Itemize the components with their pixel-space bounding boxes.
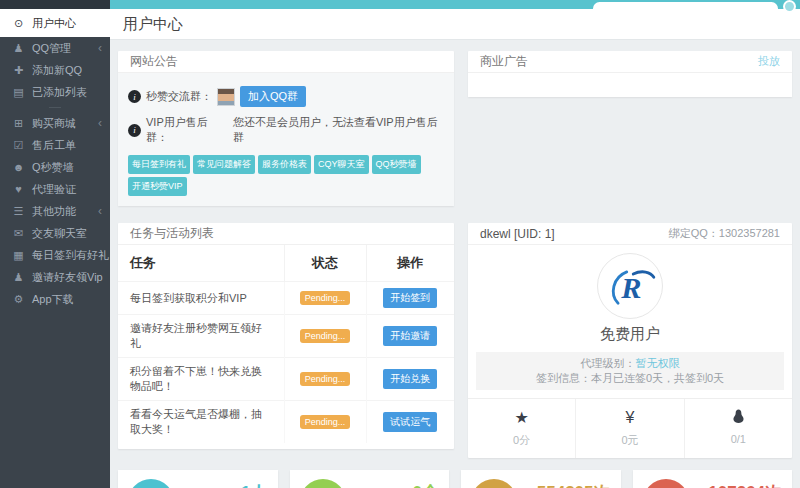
- user-body: R 免费用户 代理级别：暂无权限 签到信息：本月已连签0天，共签到0天: [468, 245, 792, 458]
- sidebar-item-label: 邀请好友领Vip: [32, 270, 103, 285]
- sidebar-item-invite-vip[interactable]: ♟邀请好友领Vip: [0, 266, 110, 288]
- sidebar-item-label: 购买商城: [32, 116, 76, 131]
- task-name: 每日签到获取积分和VIP: [118, 282, 284, 315]
- quick-link-button[interactable]: 开通秒赞VIP: [128, 177, 187, 196]
- bind-qq: 绑定QQ：1302357281: [669, 226, 780, 241]
- sidebar-item-other-features[interactable]: ☰其他功能‹: [0, 200, 110, 222]
- sidebar-item-label: QQ管理: [32, 41, 71, 56]
- penguin-icon: [685, 408, 792, 428]
- status-badge: Pending...: [300, 372, 351, 386]
- quick-links-row: 每日签到有礼常见问题解答服务价格表CQY聊天室QQ秒赞墙开通秒赞VIP: [128, 155, 444, 196]
- sidebar-item-app-download[interactable]: ⚙App下载: [0, 288, 110, 310]
- sidebar-item-label: 用户中心: [32, 16, 76, 31]
- face-icon: ☻: [12, 161, 25, 173]
- summary-card-value: 554305次: [517, 481, 611, 488]
- svg-text:R: R: [620, 271, 641, 305]
- sidebar-menu: ⊙用户中心♟QQ管理‹✚添加新QQ▤已添加列表⊞购买商城‹☑售后工单☻Q秒赞墙♥…: [0, 9, 110, 488]
- sidebar-item-add-new-qq[interactable]: ✚添加新QQ: [0, 59, 110, 81]
- tasks-title: 任务与活动列表: [130, 225, 214, 242]
- summary-card: 1人本站用户数: [118, 470, 278, 488]
- sidebar-item-added-list[interactable]: ▤已添加列表: [0, 81, 110, 103]
- bind-qq-value: 1302357281: [719, 227, 780, 239]
- tasks-table-body: 每日签到获取积分和VIPPending...开始签到邀请好友注册秒赞网互领好礼P…: [118, 282, 454, 444]
- quick-link-button[interactable]: 常见问题解答: [193, 155, 255, 174]
- announcement-body: i 秒赞交流群： 加入QQ群 i VIP用户售后群： 您还不是会员用户，无法查看…: [118, 73, 454, 206]
- chevron-left-icon: ‹: [98, 41, 102, 55]
- calendar-icon: ▦: [12, 249, 25, 262]
- ads-title: 商业广告: [480, 53, 528, 70]
- task-action-button[interactable]: 开始兑换: [383, 369, 437, 389]
- bind-qq-label: 绑定QQ：: [669, 227, 719, 239]
- sidebar-item-shop[interactable]: ⊞购买商城‹: [0, 112, 110, 134]
- summary-card: 0个已添加QQ数: [290, 470, 450, 488]
- user-stat-value: 0元: [576, 433, 683, 448]
- chat-icon: ✉: [12, 227, 25, 240]
- vip-group-text: 您还不是会员用户，无法查看VIP用户售后群: [233, 115, 444, 145]
- user-plus-icon: ♟: [12, 271, 25, 284]
- task-action-button[interactable]: 试试运气: [383, 412, 437, 432]
- topbar: [0, 0, 800, 9]
- task-status-cell: Pending...: [284, 282, 366, 315]
- users-icon: [128, 479, 174, 488]
- pinwheel-icon: [643, 479, 689, 488]
- sidebar-divider: [0, 103, 110, 112]
- summary-card-value: 107264次: [689, 481, 783, 488]
- user-name: dkewl [UID: 1]: [480, 227, 555, 241]
- user-stat: ★0分: [468, 399, 575, 458]
- agent-permission-link[interactable]: 暂无权限: [636, 357, 680, 369]
- sidebar-item-q-like-wall[interactable]: ☻Q秒赞墙: [0, 156, 110, 178]
- status-badge: Pending...: [300, 329, 351, 343]
- ads-body: [468, 73, 792, 97]
- quick-link-button[interactable]: 服务价格表: [258, 155, 311, 174]
- sidebar-item-daily-signin[interactable]: ▦每日签到有好礼: [0, 244, 110, 266]
- sidebar-item-label: 售后工单: [32, 138, 76, 153]
- check-square-icon: ☑: [12, 139, 25, 152]
- summary-cards-row: 1人本站用户数0个已添加QQ数554305次今日共秒赞107264次今日共秒评: [118, 470, 792, 488]
- app-window: ⊙用户中心♟QQ管理‹✚添加新QQ▤已添加列表⊞购买商城‹☑售后工单☻Q秒赞墙♥…: [0, 0, 800, 488]
- quick-link-button[interactable]: CQY聊天室: [314, 155, 369, 174]
- summary-card: 107264次今日共秒评: [633, 470, 793, 488]
- task-action-cell: 开始兑换: [366, 358, 454, 401]
- info-icon: i: [128, 124, 141, 137]
- sidebar-item-label: 每日签到有好礼: [32, 248, 109, 263]
- thumbs-up-icon: [471, 479, 517, 488]
- user-panel: dkewl [UID: 1] 绑定QQ：1302357281 R: [468, 223, 792, 458]
- sidebar-item-user-center[interactable]: ⊙用户中心: [0, 9, 110, 37]
- r-logo: R: [604, 260, 656, 312]
- task-action-button[interactable]: 开始签到: [383, 288, 437, 308]
- gear-icon: ⚙: [12, 293, 25, 306]
- task-name: 看看今天运气是否爆棚，抽取大奖！: [118, 401, 284, 444]
- sidebar-item-qq-manage[interactable]: ♟QQ管理‹: [0, 37, 110, 59]
- user-stat: 0/1: [684, 399, 792, 458]
- ads-more-link[interactable]: 投放: [758, 54, 780, 69]
- plus-icon: ✚: [12, 64, 25, 77]
- task-action-button[interactable]: 开始邀请: [383, 326, 437, 346]
- star-icon: ★: [468, 408, 575, 428]
- topbar-user-icon[interactable]: [783, 0, 796, 13]
- sidebar-item-label: App下载: [32, 292, 74, 307]
- search-input[interactable]: [593, 2, 778, 15]
- penguin-icon: [300, 479, 346, 488]
- user-level: 免费用户: [468, 325, 792, 344]
- task-row: 每日签到获取积分和VIPPending...开始签到: [118, 282, 454, 315]
- join-qq-group-button[interactable]: 加入QQ群: [240, 86, 306, 107]
- task-action-cell: 试试运气: [366, 401, 454, 444]
- sidebar-item-agent-verify[interactable]: ♥代理验证: [0, 178, 110, 200]
- user-stat-value: 0分: [468, 433, 575, 448]
- chevron-left-icon: ‹: [98, 116, 102, 130]
- cart-icon: ⊞: [12, 117, 25, 130]
- agent-label: 代理级别：: [581, 357, 636, 369]
- sidebar-item-aftersale-ticket[interactable]: ☑售后工单: [0, 134, 110, 156]
- quick-link-button[interactable]: QQ秒赞墙: [372, 155, 421, 174]
- task-name: 积分留着不下崽！快来兑换物品吧！: [118, 358, 284, 401]
- yen-icon: ¥: [576, 408, 683, 428]
- group-label: 秒赞交流群：: [146, 89, 212, 104]
- task-row: 看看今天运气是否爆棚，抽取大奖！Pending...试试运气: [118, 401, 454, 444]
- announcement-panel: 网站公告 i 秒赞交流群： 加入QQ群 i VIP用户售后群： 您还不是会员用户: [118, 51, 454, 206]
- user-stats-row: ★0分¥0元0/1: [468, 398, 792, 458]
- task-status-cell: Pending...: [284, 358, 366, 401]
- user-stat: ¥0元: [575, 399, 683, 458]
- topbar-dark-corner: [0, 0, 110, 9]
- sidebar-item-chat-room[interactable]: ✉交友聊天室: [0, 222, 110, 244]
- quick-link-button[interactable]: 每日签到有礼: [128, 155, 190, 174]
